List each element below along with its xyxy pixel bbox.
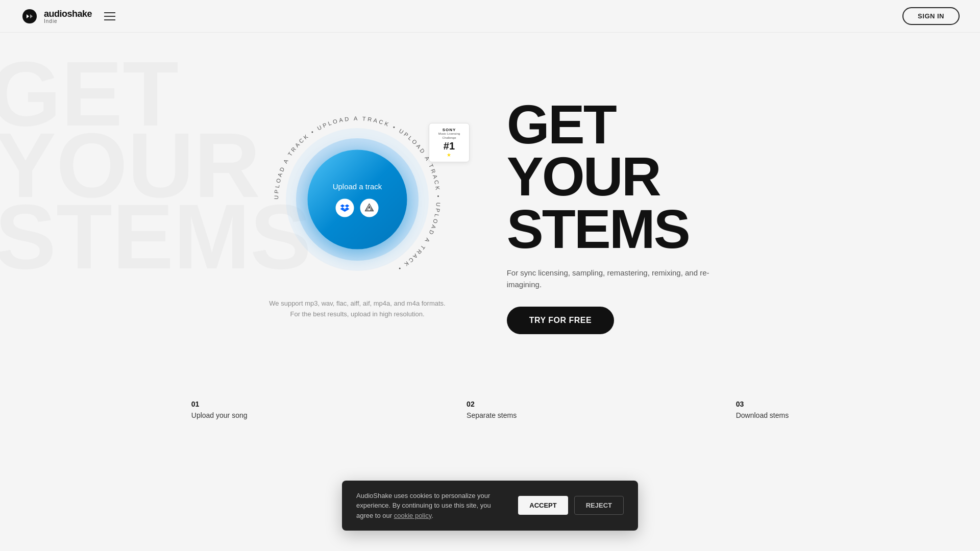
dropbox-icon[interactable]	[336, 199, 354, 217]
header-left: audioshake Indie	[20, 7, 117, 26]
step-2-number: 02	[467, 400, 517, 408]
hero-subtitle: For sync licensing, sampling, remasterin…	[507, 267, 711, 290]
step-1: 01 Upload your song	[191, 400, 248, 419]
upload-section: UPLOAD A TRACK • UPLOAD A TRACK • UPLOAD…	[269, 113, 445, 320]
sony-star: ★	[447, 152, 451, 158]
google-drive-icon[interactable]	[360, 199, 379, 217]
logo-icon	[20, 7, 39, 26]
upload-icon-group	[336, 199, 379, 217]
circle-container[interactable]: UPLOAD A TRACK • UPLOAD A TRACK • UPLOAD…	[271, 113, 444, 286]
logo-subtitle: Indie	[44, 18, 92, 24]
logo[interactable]: audioshake Indie	[20, 7, 92, 26]
sign-in-button[interactable]: SIGN IN	[902, 7, 960, 25]
main-content: UPLOAD A TRACK • UPLOAD A TRACK • UPLOAD…	[0, 33, 980, 390]
upload-circle-label: Upload a track	[333, 182, 382, 191]
step-2: 02 Separate stems	[467, 400, 517, 419]
upload-hint-line2: For the best results, upload in high res…	[269, 309, 445, 320]
hamburger-line-3	[104, 19, 115, 20]
upload-hints: We support mp3, wav, flac, aiff, aif, mp…	[269, 298, 445, 320]
accept-button[interactable]: ACCEPT	[518, 496, 568, 515]
cookie-actions: ACCEPT REJECT	[518, 496, 624, 515]
cookie-banner: AudioShake uses cookies to personalize y…	[342, 481, 638, 531]
step-3-number: 03	[736, 400, 789, 408]
drive-svg	[365, 204, 374, 213]
upload-hint-line1: We support mp3, wav, flac, aiff, aif, mp…	[269, 298, 445, 309]
step-1-number: 01	[191, 400, 248, 408]
hamburger-line-2	[104, 16, 115, 17]
step-2-label: Separate stems	[467, 411, 517, 419]
sony-brand: SONY	[443, 128, 456, 132]
hamburger-line-1	[104, 12, 115, 13]
dropbox-svg	[340, 204, 350, 213]
cookie-message: AudioShake uses cookies to personalize y…	[356, 491, 502, 521]
step-3-label: Download stems	[736, 411, 789, 419]
header: audioshake Indie SIGN IN	[0, 0, 980, 33]
logo-text-container: audioshake Indie	[44, 9, 92, 24]
logo-name: audioshake	[44, 9, 92, 19]
sony-sub: Music Licensing Challenge	[434, 132, 464, 140]
cookie-policy-link[interactable]: cookie policy	[394, 512, 431, 519]
upload-circle[interactable]: Upload a track	[307, 150, 407, 249]
step-1-label: Upload your song	[191, 411, 248, 419]
hero-title-line3: STEMS	[507, 198, 689, 260]
hero-title: GET YOUR STEMS	[507, 98, 689, 256]
menu-icon[interactable]	[102, 10, 117, 22]
reject-button[interactable]: REJECT	[574, 496, 624, 515]
step-3: 03 Download stems	[736, 400, 789, 419]
hero-section: GET YOUR STEMS For sync licensing, sampl…	[507, 98, 711, 335]
sony-number: #1	[444, 140, 455, 152]
steps-section: 01 Upload your song 02 Separate stems 03…	[0, 390, 980, 440]
sony-badge: SONY Music Licensing Challenge #1 ★	[429, 123, 470, 162]
try-for-free-button[interactable]: TRY FOR FREE	[507, 307, 614, 334]
